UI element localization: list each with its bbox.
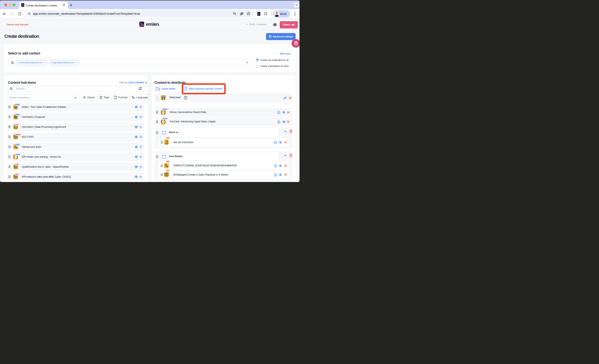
svg-text:www: www (14, 106, 17, 107)
